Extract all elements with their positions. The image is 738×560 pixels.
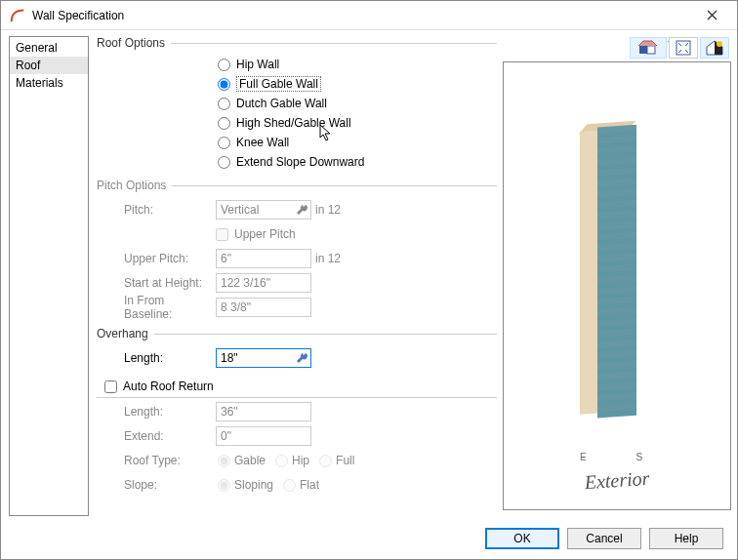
fit-view-button[interactable] (669, 37, 698, 59)
pitch-label: Pitch: (97, 203, 216, 217)
start-height-label: Start at Height: (97, 276, 216, 290)
return-extend-input[interactable] (216, 426, 311, 446)
auto-roof-return-checkbox[interactable] (104, 380, 117, 393)
baseline-input[interactable] (216, 298, 311, 317)
overhang-legend: Overhang (97, 327, 154, 340)
house-color-icon (706, 40, 723, 56)
auto-return-group: Auto Roof Return Length: Extend: Roof Ty… (97, 378, 497, 502)
exterior-label: Exterior (584, 467, 650, 495)
rooftype-full-radio[interactable] (319, 455, 332, 467)
mouse-cursor (319, 124, 335, 143)
slope-label: Slope: (97, 478, 216, 492)
baseline-label: In From Baseline: (97, 294, 216, 321)
wall-model (597, 125, 636, 419)
preview-viewport[interactable]: E S Exterior (503, 61, 731, 510)
return-length-input[interactable] (216, 402, 311, 421)
auto-roof-return-label: Auto Roof Return (123, 380, 214, 393)
rooftype-hip-radio[interactable] (275, 455, 288, 467)
upper-pitch-checkbox[interactable] (216, 228, 228, 241)
svg-rect-0 (639, 46, 647, 54)
category-list[interactable]: General Roof Materials (9, 36, 89, 516)
pitch-unit: in 12 (315, 203, 341, 217)
roof-options-group: Roof Options Hip Wall Full Gable Wall Du… (97, 36, 497, 177)
nav-item-materials[interactable]: Materials (10, 74, 88, 92)
roof-options-legend: Roof Options (97, 36, 171, 50)
upper-pitch-label: Upper Pitch: (97, 252, 216, 265)
app-arch-icon (9, 7, 26, 24)
view-elevation-button[interactable] (630, 37, 667, 59)
close-icon (707, 10, 718, 20)
preview-panel: E S Exterior (503, 34, 731, 518)
axis-labels: E S (568, 452, 666, 462)
upper-pitch-chk-label: Upper Pitch (234, 227, 296, 241)
start-height-input[interactable] (216, 273, 311, 293)
form-panel: Roof Options Hip Wall Full Gable Wall Du… (97, 34, 503, 518)
radio-dutch-gable-wall[interactable]: Dutch Gable Wall (218, 95, 497, 112)
roof-type-label: Roof Type: (97, 454, 216, 467)
titlebar: Wall Specification (1, 1, 737, 30)
dollhouse-icon (638, 40, 658, 56)
nav-item-roof[interactable]: Roof (10, 57, 88, 74)
overhang-length-input[interactable] (216, 348, 311, 368)
color-toggle-button[interactable] (700, 37, 729, 59)
ok-button[interactable]: OK (485, 528, 559, 549)
upper-pitch-input[interactable] (216, 249, 311, 268)
svg-point-3 (717, 41, 722, 47)
pitch-options-group: Pitch Options Pitch: in 12 Upper Pitch U… (97, 179, 497, 325)
return-length-label: Length: (97, 405, 216, 419)
overhang-length-label: Length: (97, 351, 216, 365)
dialog-footer: OK Cancel Help (1, 522, 737, 555)
rooftype-gable-radio[interactable] (218, 455, 230, 467)
help-button[interactable]: Help (649, 528, 723, 549)
radio-knee-wall[interactable]: Knee Wall (218, 134, 497, 151)
nav-item-general[interactable]: General (10, 39, 88, 57)
upper-pitch-unit: in 12 (315, 252, 341, 265)
overhang-group: Overhang Length: (97, 327, 497, 376)
radio-hip-wall[interactable]: Hip Wall (218, 56, 497, 73)
slope-flat-radio[interactable] (283, 479, 296, 492)
preview-toolbar (503, 34, 731, 61)
expand-icon (676, 40, 691, 56)
svg-rect-1 (647, 46, 655, 54)
radio-full-gable-wall[interactable]: Full Gable Wall (218, 75, 497, 93)
return-extend-label: Extend: (97, 429, 216, 443)
close-button[interactable] (690, 2, 733, 29)
radio-high-shed-gable-wall[interactable]: High Shed/Gable Wall (218, 114, 497, 132)
pitch-options-legend: Pitch Options (97, 179, 172, 192)
pitch-input[interactable] (216, 200, 311, 220)
slope-sloping-radio[interactable] (218, 479, 230, 492)
wall-spec-dialog: Wall Specification General Roof Material… (0, 0, 738, 560)
window-title: Wall Specification (32, 9, 690, 22)
cancel-button[interactable]: Cancel (567, 528, 641, 549)
radio-extend-slope-downward[interactable]: Extend Slope Downward (218, 153, 497, 171)
